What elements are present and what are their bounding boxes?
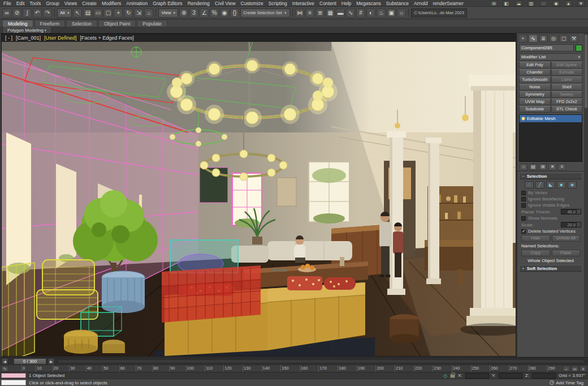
menu-item[interactable]: Interactive [292, 1, 314, 6]
menu-item[interactable]: Rendering [188, 1, 210, 6]
checkbox-box[interactable] [521, 203, 526, 208]
modifier-button-sweep[interactable]: Sweep [551, 91, 583, 98]
track-bar[interactable]: ∿ 01020304050607080901001101201301401501… [0, 364, 588, 372]
open-mini-curve-editor-button[interactable]: ∿ [1, 366, 8, 372]
menu-item[interactable]: Arnold [414, 1, 428, 6]
reference-coordinate-dropdown[interactable]: View [158, 8, 178, 18]
modifier-button-chamfer[interactable]: Chamfer [519, 69, 551, 76]
use-pivot-center-icon[interactable]: ⊕ [179, 8, 188, 18]
checkbox-by-vertex[interactable]: By Vertex [517, 189, 584, 195]
absolute-offset-mode-icon[interactable]: ◇ [443, 373, 447, 379]
ribbon-tab-populate[interactable]: Populate [137, 20, 167, 27]
ribbon-tab-selection[interactable]: Selection [66, 20, 97, 27]
named-selection-set-combo[interactable]: Create Selection Set [240, 8, 290, 18]
modifier-button-shell[interactable]: Shell [551, 84, 583, 91]
menu-item[interactable]: renderSeamer [433, 1, 463, 6]
selection-filter-dropdown[interactable]: All [57, 8, 72, 18]
modifier-button-turbosmooth[interactable]: TurboSmooth [519, 76, 551, 83]
menu-item[interactable]: Customize [241, 1, 263, 6]
modifier-stack[interactable]: Editable Mesh [519, 114, 582, 162]
spinner-snap-icon[interactable]: ◉ [220, 8, 229, 18]
motion-tab-icon[interactable]: ◎ [549, 35, 558, 42]
ribbon-tab-freeform[interactable]: Freeform [34, 20, 65, 27]
schematic-view-icon[interactable]: # [356, 8, 365, 18]
rectangular-selection-icon[interactable]: ▭ [93, 8, 102, 18]
mirror-icon[interactable]: ⋈ [295, 8, 304, 18]
select-and-place-icon[interactable]: ⌂ [144, 8, 153, 18]
select-and-link-icon[interactable]: ∞ [2, 8, 11, 18]
modifier-button-edit-poly[interactable]: Edit Poly [519, 62, 551, 68]
vertex-subobject-icon[interactable]: ∴ [525, 181, 534, 188]
timeline-pan-icon[interactable]: ↔ [563, 366, 570, 372]
menu-item[interactable]: Megascans [356, 1, 381, 6]
render-production-icon[interactable]: ☼ [397, 8, 406, 18]
menu-item[interactable]: Create [82, 1, 97, 6]
window-crossing-icon[interactable]: ▢ [103, 8, 113, 18]
checkbox-ignore-visible-edges[interactable]: Ignore Visible Edges [517, 201, 584, 208]
checkbox-box[interactable] [521, 216, 526, 221]
modify-tab-icon[interactable]: ∿ [529, 35, 538, 42]
checkbox-box[interactable] [521, 229, 526, 234]
timeline-zoom-region-icon[interactable]: ▭ [571, 366, 578, 372]
time-slider-track[interactable] [58, 359, 585, 363]
redo-icon[interactable]: ↷ [43, 8, 52, 18]
checkbox-delete-isolated-vertices[interactable]: Delete Isolated Vertices [517, 228, 584, 234]
menu-item[interactable]: Content [319, 1, 336, 6]
planar-thresh-field[interactable]: 45.0 [561, 209, 581, 215]
panel-scrollbar-thumb[interactable] [585, 35, 587, 108]
modifier-button-extrude[interactable]: Extrude [551, 69, 583, 76]
pin-stack-icon[interactable]: ○ [520, 164, 528, 170]
rendered-frame-icon[interactable]: ▣ [387, 8, 396, 18]
face-subobject-icon[interactable]: ◣ [546, 181, 555, 188]
object-color-swatch[interactable] [576, 45, 582, 52]
edit-named-sets-icon[interactable]: {} [230, 8, 239, 18]
menu-item[interactable]: Substance [386, 1, 409, 6]
time-slider-handle[interactable]: 0 / 300 [14, 358, 46, 364]
element-subobject-icon[interactable]: ◈ [568, 181, 577, 188]
scene-explorer-icon[interactable]: ≣ [315, 8, 325, 18]
checkbox-box[interactable] [521, 197, 526, 201]
hierarchy-tab-icon[interactable]: ≣ [539, 35, 548, 42]
maxscript-mini-listener[interactable] [1, 380, 26, 385]
menu-item[interactable]: Group [46, 1, 59, 6]
show-end-result-icon[interactable]: ▤ [529, 164, 537, 170]
next-frame-button[interactable]: ▶ [48, 358, 54, 364]
percent-snap-icon[interactable]: % [210, 8, 219, 18]
timeline-zoom-icon[interactable]: ± [580, 366, 587, 372]
time-slider[interactable]: ◀ 0 / 300 ▶ [0, 357, 588, 364]
modifier-button-edit-spline[interactable]: Edit Spline [551, 62, 583, 68]
viewport-canvas[interactable] [2, 42, 516, 356]
viewport-general-menu[interactable]: [ - ] [5, 35, 12, 41]
polygon-subobject-icon[interactable]: ■ [557, 181, 566, 188]
modifier-button-uvw-map[interactable]: UVW Map [519, 98, 551, 105]
checkbox-box[interactable] [521, 191, 526, 195]
scale-field[interactable]: 20.0 [561, 222, 581, 228]
checkbox-ignore-backfacing[interactable]: Ignore Backfacing [517, 195, 584, 201]
layer-explorer-icon[interactable]: ▦ [326, 8, 335, 18]
utilities-tab-icon[interactable]: ⚒ [569, 35, 578, 42]
menu-item[interactable]: Help [341, 1, 351, 6]
modifier-button-ffd-2x2x2[interactable]: FFD 2x2x2 [551, 98, 583, 105]
previous-frame-button[interactable]: ◀ [2, 358, 8, 364]
select-and-move-icon[interactable]: + [114, 8, 123, 18]
select-by-name-icon[interactable]: ▤ [83, 8, 92, 18]
angle-snap-icon[interactable]: ∠ [200, 8, 209, 18]
add-time-tag[interactable]: Add Time Tag [550, 380, 583, 385]
select-and-rotate-icon[interactable]: ↻ [124, 8, 133, 18]
render-setup-icon[interactable]: ♨ [377, 8, 386, 18]
ribbon-tab-object-paint[interactable]: Object Paint [98, 20, 136, 27]
stack-item-editable-mesh[interactable]: Editable Mesh [520, 115, 582, 122]
make-unique-icon[interactable]: ⊞ [539, 164, 547, 170]
snaps-toggle-3d-icon[interactable]: 3 [189, 8, 198, 18]
viewport-camera-menu[interactable]: [Cam_001] [16, 35, 41, 41]
select-object-icon[interactable]: ↖ [73, 8, 82, 18]
menu-item[interactable]: Edit [16, 1, 25, 6]
remove-modifier-icon[interactable]: ✕ [548, 164, 556, 170]
hide-button[interactable]: Hide [521, 235, 550, 242]
selection-rollout-header[interactable]: − Selection [519, 173, 582, 179]
y-coordinate-field[interactable] [499, 373, 522, 379]
menu-item[interactable]: Graph Editors [153, 1, 182, 6]
ribbon-toggle-icon[interactable]: ▬ [336, 8, 345, 18]
project-path-field[interactable]: C:\Users\Lo...ds Max 2023 [411, 8, 467, 18]
z-coordinate-field[interactable] [532, 373, 556, 379]
